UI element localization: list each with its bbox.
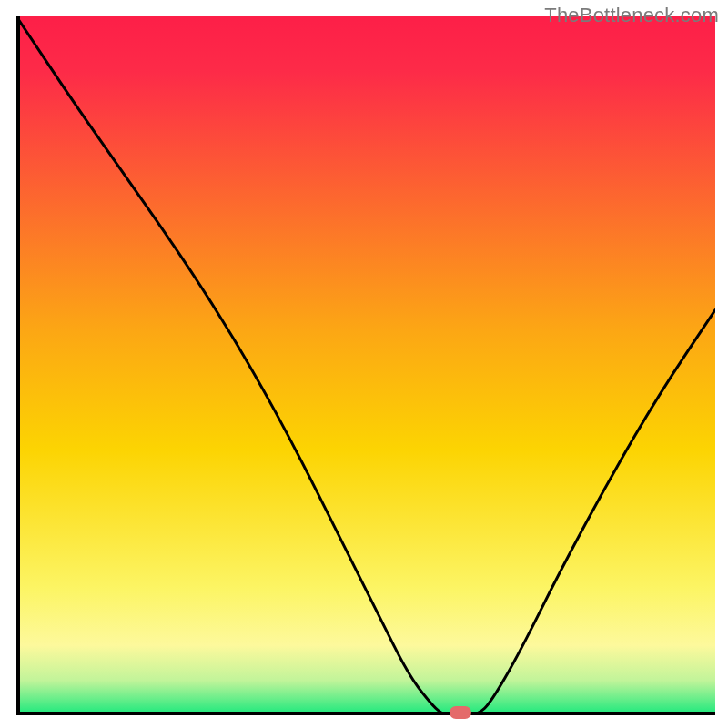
y-axis <box>16 16 20 715</box>
x-axis <box>16 712 715 715</box>
optimal-point-marker <box>450 706 471 719</box>
watermark-text: TheBottleneck.com <box>544 4 719 27</box>
svg-rect-0 <box>16 16 715 715</box>
plot-gradient-background <box>16 16 715 715</box>
bottleneck-chart: TheBottleneck.com <box>0 0 728 728</box>
